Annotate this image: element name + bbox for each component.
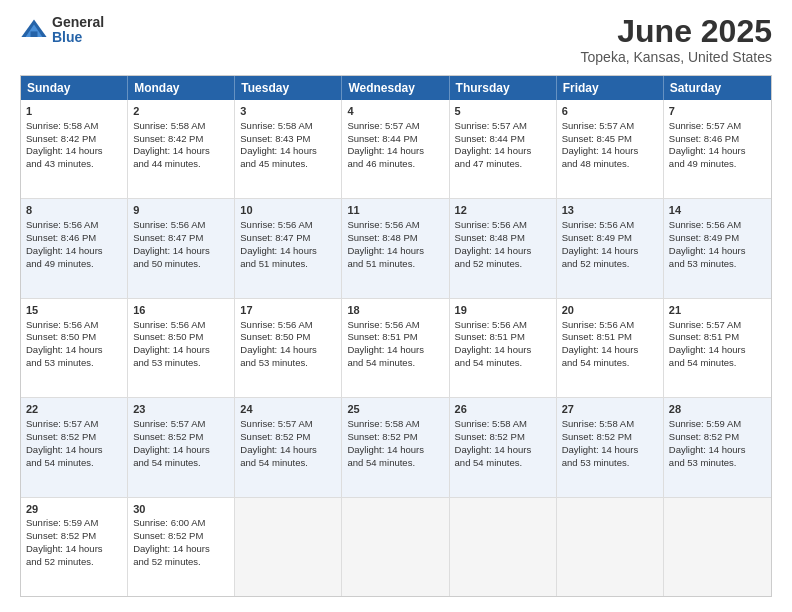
day-info-line: and 53 minutes. — [240, 357, 336, 370]
day-number: 28 — [669, 402, 766, 417]
day-info-line: Sunrise: 5:56 AM — [26, 319, 122, 332]
day-info-line: and 52 minutes. — [562, 258, 658, 271]
day-info-line: Daylight: 14 hours — [347, 245, 443, 258]
day-number: 29 — [26, 502, 122, 517]
day-info-line: Sunset: 8:50 PM — [133, 331, 229, 344]
day-info-line: Daylight: 14 hours — [133, 344, 229, 357]
day-info-line: Sunrise: 5:56 AM — [240, 219, 336, 232]
header-cell-saturday: Saturday — [664, 76, 771, 100]
day-info-line: and 54 minutes. — [347, 457, 443, 470]
day-info-line: and 51 minutes. — [347, 258, 443, 271]
day-info-line: and 52 minutes. — [26, 556, 122, 569]
day-info-line: Daylight: 14 hours — [240, 344, 336, 357]
day-info-line: Sunrise: 5:57 AM — [669, 319, 766, 332]
calendar: SundayMondayTuesdayWednesdayThursdayFrid… — [20, 75, 772, 597]
day-info-line: and 53 minutes. — [26, 357, 122, 370]
day-number: 13 — [562, 203, 658, 218]
day-info-line: Daylight: 14 hours — [133, 245, 229, 258]
calendar-cell-3-7: 21Sunrise: 5:57 AMSunset: 8:51 PMDayligh… — [664, 299, 771, 397]
day-info-line: Daylight: 14 hours — [455, 344, 551, 357]
day-info-line: Sunset: 8:47 PM — [240, 232, 336, 245]
day-info-line: Daylight: 14 hours — [669, 245, 766, 258]
calendar-cell-5-2: 30Sunrise: 6:00 AMSunset: 8:52 PMDayligh… — [128, 498, 235, 596]
day-info-line: Sunrise: 5:58 AM — [133, 120, 229, 133]
day-number: 6 — [562, 104, 658, 119]
calendar-cell-5-1: 29Sunrise: 5:59 AMSunset: 8:52 PMDayligh… — [21, 498, 128, 596]
calendar-cell-2-6: 13Sunrise: 5:56 AMSunset: 8:49 PMDayligh… — [557, 199, 664, 297]
calendar-cell-1-5: 5Sunrise: 5:57 AMSunset: 8:44 PMDaylight… — [450, 100, 557, 198]
day-info-line: Sunset: 8:46 PM — [26, 232, 122, 245]
calendar-row-2: 8Sunrise: 5:56 AMSunset: 8:46 PMDaylight… — [21, 199, 771, 298]
header-cell-tuesday: Tuesday — [235, 76, 342, 100]
calendar-cell-2-4: 11Sunrise: 5:56 AMSunset: 8:48 PMDayligh… — [342, 199, 449, 297]
logo-general-text: General — [52, 15, 104, 30]
day-info-line: Sunset: 8:52 PM — [562, 431, 658, 444]
day-number: 21 — [669, 303, 766, 318]
day-number: 18 — [347, 303, 443, 318]
day-info-line: and 48 minutes. — [562, 158, 658, 171]
day-info-line: and 53 minutes. — [133, 357, 229, 370]
day-info-line: Daylight: 14 hours — [562, 145, 658, 158]
calendar-cell-4-5: 26Sunrise: 5:58 AMSunset: 8:52 PMDayligh… — [450, 398, 557, 496]
day-info-line: Sunset: 8:50 PM — [240, 331, 336, 344]
day-info-line: and 51 minutes. — [240, 258, 336, 271]
calendar-header: SundayMondayTuesdayWednesdayThursdayFrid… — [21, 76, 771, 100]
day-info-line: Sunrise: 5:57 AM — [133, 418, 229, 431]
calendar-cell-2-1: 8Sunrise: 5:56 AMSunset: 8:46 PMDaylight… — [21, 199, 128, 297]
day-info-line: Daylight: 14 hours — [133, 543, 229, 556]
day-info-line: Daylight: 14 hours — [562, 245, 658, 258]
day-info-line: Daylight: 14 hours — [133, 444, 229, 457]
day-info-line: and 54 minutes. — [26, 457, 122, 470]
day-info-line: Sunset: 8:52 PM — [26, 530, 122, 543]
calendar-cell-5-7 — [664, 498, 771, 596]
day-info-line: Sunset: 8:47 PM — [133, 232, 229, 245]
day-info-line: Sunrise: 5:56 AM — [347, 319, 443, 332]
day-info-line: Daylight: 14 hours — [455, 245, 551, 258]
logo: General Blue — [20, 15, 104, 46]
calendar-cell-1-7: 7Sunrise: 5:57 AMSunset: 8:46 PMDaylight… — [664, 100, 771, 198]
day-info-line: Sunrise: 5:56 AM — [133, 219, 229, 232]
day-info-line: Sunrise: 5:56 AM — [455, 219, 551, 232]
day-info-line: Daylight: 14 hours — [669, 145, 766, 158]
calendar-cell-1-3: 3Sunrise: 5:58 AMSunset: 8:43 PMDaylight… — [235, 100, 342, 198]
calendar-cell-2-7: 14Sunrise: 5:56 AMSunset: 8:49 PMDayligh… — [664, 199, 771, 297]
day-info-line: and 45 minutes. — [240, 158, 336, 171]
day-number: 26 — [455, 402, 551, 417]
calendar-cell-5-5 — [450, 498, 557, 596]
day-info-line: Sunrise: 5:56 AM — [669, 219, 766, 232]
day-info-line: Daylight: 14 hours — [26, 344, 122, 357]
calendar-cell-5-6 — [557, 498, 664, 596]
day-info-line: Sunrise: 5:58 AM — [347, 418, 443, 431]
day-info-line: Daylight: 14 hours — [26, 245, 122, 258]
day-info-line: and 43 minutes. — [26, 158, 122, 171]
day-info-line: Daylight: 14 hours — [240, 444, 336, 457]
title-block: June 2025 Topeka, Kansas, United States — [581, 15, 772, 65]
location: Topeka, Kansas, United States — [581, 49, 772, 65]
calendar-cell-2-2: 9Sunrise: 5:56 AMSunset: 8:47 PMDaylight… — [128, 199, 235, 297]
calendar-cell-1-2: 2Sunrise: 5:58 AMSunset: 8:42 PMDaylight… — [128, 100, 235, 198]
page: General Blue June 2025 Topeka, Kansas, U… — [0, 0, 792, 612]
day-info-line: Sunset: 8:49 PM — [669, 232, 766, 245]
day-info-line: Daylight: 14 hours — [26, 444, 122, 457]
calendar-row-3: 15Sunrise: 5:56 AMSunset: 8:50 PMDayligh… — [21, 299, 771, 398]
day-number: 15 — [26, 303, 122, 318]
day-number: 8 — [26, 203, 122, 218]
day-info-line: and 46 minutes. — [347, 158, 443, 171]
day-info-line: Sunrise: 5:59 AM — [26, 517, 122, 530]
day-info-line: Daylight: 14 hours — [26, 145, 122, 158]
day-info-line: Sunset: 8:48 PM — [347, 232, 443, 245]
calendar-cell-4-7: 28Sunrise: 5:59 AMSunset: 8:52 PMDayligh… — [664, 398, 771, 496]
day-info-line: Sunrise: 5:57 AM — [26, 418, 122, 431]
day-info-line: Sunrise: 5:56 AM — [347, 219, 443, 232]
day-number: 22 — [26, 402, 122, 417]
calendar-cell-2-3: 10Sunrise: 5:56 AMSunset: 8:47 PMDayligh… — [235, 199, 342, 297]
day-info-line: Sunset: 8:52 PM — [455, 431, 551, 444]
day-info-line: Daylight: 14 hours — [669, 444, 766, 457]
day-info-line: and 53 minutes. — [669, 258, 766, 271]
calendar-cell-1-6: 6Sunrise: 5:57 AMSunset: 8:45 PMDaylight… — [557, 100, 664, 198]
day-info-line: Sunrise: 5:58 AM — [455, 418, 551, 431]
day-info-line: and 54 minutes. — [240, 457, 336, 470]
calendar-cell-4-6: 27Sunrise: 5:58 AMSunset: 8:52 PMDayligh… — [557, 398, 664, 496]
day-info-line: Sunrise: 5:56 AM — [562, 319, 658, 332]
header-cell-friday: Friday — [557, 76, 664, 100]
